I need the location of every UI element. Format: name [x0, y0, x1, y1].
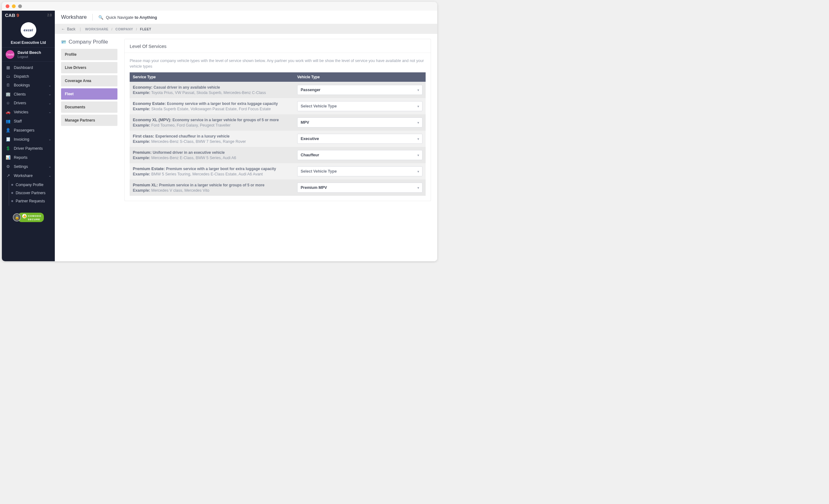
staff-icon: 👥	[6, 119, 11, 123]
sidebar: CAB 9 2.0 excel Excel Executive Ltd Davi…	[2, 11, 55, 261]
breadcrumb: WORKSHARE / COMPANY / FLEET	[85, 27, 151, 31]
breadcrumb-bar: ← Back | WORKSHARE / COMPANY / FLEET	[55, 24, 437, 34]
vehicle-type-select[interactable]: Select Vehicle Type▾	[297, 166, 423, 176]
brand-part1: CAB	[5, 12, 15, 18]
crumb-fleet: FLEET	[140, 27, 151, 31]
nav-item-reports[interactable]: 📊Reports	[2, 153, 55, 162]
chevron-down-icon: ⌄	[48, 84, 51, 87]
select-value: Select Vehicle Type	[301, 104, 337, 108]
id-card-icon: 🪪	[61, 40, 66, 44]
subnav-item-discover-partners[interactable]: Discover Partners	[9, 189, 55, 197]
chevron-down-icon: ▾	[418, 186, 419, 189]
vehicle-cell: Premium MPV▾	[294, 179, 426, 196]
nav-label: Dispatch	[14, 74, 29, 79]
company-logo: excel	[21, 22, 36, 38]
nav-label: Dashboard	[14, 66, 33, 70]
chevron-down-icon: ▾	[418, 105, 419, 108]
crumb-company[interactable]: COMPANY	[115, 27, 133, 31]
page-header-title: Workshare	[61, 14, 87, 21]
nav-item-vehicles[interactable]: 🚗Vehicles⌄	[2, 107, 55, 116]
chevron-down-icon: ⌄	[48, 138, 51, 141]
select-value: Chauffeur	[301, 153, 319, 157]
chevron-down-icon: ▾	[418, 137, 419, 141]
vehicle-type-select[interactable]: Chauffeur▾	[297, 150, 423, 160]
nav-item-clients[interactable]: 🏢Clients⌄	[2, 89, 55, 99]
clients-icon: 🏢	[6, 92, 11, 97]
vehicle-cell: Executive▾	[294, 131, 426, 147]
bookings-icon: 🗓	[6, 83, 11, 87]
service-cell: First class: Experienced chauffeur in a …	[130, 131, 294, 147]
arrow-left-icon: ←	[61, 27, 65, 31]
menu-item-live-drivers[interactable]: Live Drivers	[61, 62, 117, 73]
subnav-item-partner-requests[interactable]: Partner Requests	[9, 197, 55, 205]
nav-item-workshare[interactable]: ↗Workshare⌄	[2, 171, 55, 180]
panel-body: Please map your company vehicle types wi…	[124, 53, 431, 201]
logout-link[interactable]: Logout	[17, 55, 41, 59]
menu-item-manage-partners[interactable]: Manage Partners	[61, 115, 117, 126]
back-button[interactable]: ← Back	[61, 27, 75, 31]
table-row: Economy: Casual driver in any available …	[130, 82, 426, 98]
user-block: David David Beech Logout	[2, 47, 55, 62]
vehicle-type-select[interactable]: Passenger▾	[297, 85, 423, 95]
brand-bar: CAB 9 2.0	[2, 11, 55, 19]
quick-navigate[interactable]: 🔍 Quick Navigate to Anything	[98, 15, 157, 20]
avatar[interactable]: David	[6, 50, 14, 59]
quick-navigate-text: Quick Navigate to Anything	[106, 15, 157, 20]
nav-label: Drivers	[14, 101, 26, 105]
reports-icon: 📊	[6, 155, 11, 160]
passengers-icon: 👤	[6, 128, 11, 133]
vehicle-cell: Chauffeur▾	[294, 147, 426, 163]
secure-badge: 👍COMODOSECURE	[13, 213, 44, 222]
chevron-down-icon: ▾	[418, 88, 419, 92]
invoicing-icon: 🧾	[6, 137, 11, 142]
nav-item-dashboard[interactable]: ▦Dashboard	[2, 63, 55, 72]
table-row: Economy XL (MPV): Economy service in a l…	[130, 114, 426, 131]
lock-icon	[13, 213, 21, 221]
nav-item-settings[interactable]: ⚙Settings⌄	[2, 162, 55, 171]
workshare-icon: ↗	[6, 173, 11, 178]
table-row: Economy Estate: Economy service with a l…	[130, 98, 426, 114]
menu-item-profile[interactable]: Profile	[61, 49, 117, 60]
crumb-workshare[interactable]: WORKSHARE	[85, 27, 109, 31]
table-row: Premium: Uniformed driver in an executiv…	[130, 147, 426, 163]
nav-label: Workshare	[14, 174, 33, 178]
chevron-down-icon: ▾	[418, 153, 419, 157]
vehicle-cell: Select Vehicle Type▾	[294, 98, 426, 114]
app-root: CAB 9 2.0 excel Excel Executive Ltd Davi…	[2, 11, 437, 261]
nav-label: Vehicles	[14, 110, 29, 114]
subnav-item-company-profile[interactable]: Company Profile	[9, 181, 55, 189]
nav-item-driver-payments[interactable]: 💲Driver Payments	[2, 144, 55, 153]
vehicle-type-select[interactable]: Select Vehicle Type▾	[297, 101, 423, 111]
left-column: 🪪 Company Profile ProfileLive DriversCov…	[61, 39, 117, 201]
vehicle-type-select[interactable]: MPV▾	[297, 117, 423, 128]
select-value: Executive	[301, 137, 319, 141]
nav-item-dispatch[interactable]: 🗂Dispatch	[2, 72, 55, 81]
col-service-type: Service Type	[130, 72, 294, 82]
nav-item-passengers[interactable]: 👤Passengers	[2, 125, 55, 135]
os-window: CAB 9 2.0 excel Excel Executive Ltd Davi…	[2, 2, 437, 261]
nav-item-drivers[interactable]: ☺Drivers⌄	[2, 99, 55, 107]
nav-label: Staff	[14, 119, 22, 123]
zoom-window-button[interactable]	[18, 4, 22, 8]
select-value: Premium MPV	[301, 185, 327, 190]
menu-item-fleet[interactable]: Fleet	[61, 88, 117, 100]
nav-item-bookings[interactable]: 🗓Bookings⌄	[2, 81, 55, 89]
table-row: Premium XL: Premium service in a larger …	[130, 179, 426, 196]
vehicle-type-select[interactable]: Executive▾	[297, 134, 423, 144]
company-name: Excel Executive Ltd	[11, 40, 46, 45]
menu-item-documents[interactable]: Documents	[61, 102, 117, 113]
topbar: Workshare 🔍 Quick Navigate to Anything	[55, 11, 437, 24]
menu-item-coverage-area[interactable]: Coverage Area	[61, 75, 117, 86]
nav-item-staff[interactable]: 👥Staff	[2, 116, 55, 125]
nav-item-invoicing[interactable]: 🧾Invoicing⌄	[2, 135, 55, 144]
dashboard-icon: ▦	[6, 65, 11, 70]
service-cell: Economy Estate: Economy service with a l…	[130, 98, 294, 114]
content: 🪪 Company Profile ProfileLive DriversCov…	[55, 34, 437, 206]
close-window-button[interactable]	[6, 4, 9, 8]
nav-label: Bookings	[14, 83, 30, 87]
vehicle-type-select[interactable]: Premium MPV▾	[297, 183, 423, 193]
select-value: Passenger	[301, 88, 320, 92]
minimize-window-button[interactable]	[12, 4, 16, 8]
chevron-down-icon: ⌄	[48, 110, 51, 114]
vehicle-cell: Passenger▾	[294, 82, 426, 98]
